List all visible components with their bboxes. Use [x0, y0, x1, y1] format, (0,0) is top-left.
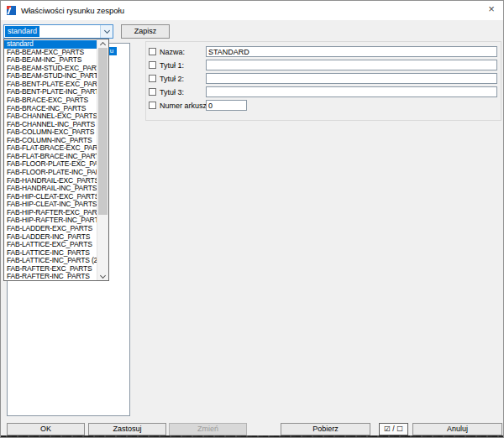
ok-button[interactable]: OK [7, 423, 85, 435]
numer-arkusza-checkbox[interactable] [149, 102, 156, 109]
numer-arkusza-label: Numer arkusza [160, 102, 211, 110]
cancel-button[interactable]: Anuluj [412, 423, 502, 435]
scroll-down-button[interactable] [97, 272, 108, 280]
dropdown-items: standardFAB-BEAM-EXC_PARTSFAB-BEAM-INC_P… [4, 40, 97, 279]
dropdown-item[interactable]: FAB-FLOOR-PLATE-INC_PARTS [4, 169, 97, 177]
tytul2-field[interactable] [206, 73, 497, 84]
get-button[interactable]: Pobierz [281, 423, 370, 435]
tytul3-checkbox[interactable] [149, 88, 156, 96]
toggle-checkboxes-button[interactable]: ☑ / ☐ [379, 423, 408, 435]
dropdown-item[interactable]: FAB-HIP-RAFTER-INC_PARTS [4, 216, 97, 225]
close-icon[interactable]: × [486, 3, 497, 16]
combobox-selected-value: standard [5, 26, 39, 37]
tytul3-label: Tytuł 3: [160, 88, 184, 96]
dropdown-item[interactable]: FAB-HANDRAIL-EXC_PARTS [4, 177, 97, 185]
dropdown-item[interactable]: FAB-FLOOR-PLATE-EXC_PARTS [4, 160, 97, 169]
tekla-app-icon [7, 6, 16, 15]
dropdown-item[interactable]: FAB-COLUMN-INC_PARTS [4, 137, 97, 145]
dropdown-item[interactable]: FAB-HANDRAIL-INC_PARTS [4, 185, 97, 193]
tytul1-checkbox[interactable] [149, 61, 156, 69]
dropdown-item[interactable]: FAB-BENT-PLATE-INC_PARTS [4, 88, 97, 96]
titlebar: Właściwości rysunku zespołu × [1, 1, 503, 20]
tytul2-checkbox[interactable] [149, 75, 156, 82]
tytul2-label: Tytuł 2: [160, 75, 184, 83]
dropdown-item[interactable]: FAB-FLAT-BRACE-EXC_PARTS [4, 144, 97, 153]
dropdown-item[interactable]: FAB-BENT-PLATE-EXC_PARTS [4, 81, 97, 89]
dropdown-scrollbar[interactable] [97, 39, 108, 280]
tytul1-label: Tytuł 1: [160, 61, 184, 70]
scroll-up-button[interactable] [97, 39, 108, 48]
nazwa-checkbox[interactable] [149, 48, 156, 55]
dropdown-item[interactable]: FAB-LADDER-EXC_PARTS [4, 225, 97, 233]
combobox-dropdown-button[interactable] [100, 25, 113, 38]
combobox-dropdown-list: standardFAB-BEAM-EXC_PARTSFAB-BEAM-INC_P… [3, 39, 109, 281]
tytul3-field[interactable] [206, 86, 497, 97]
dropdown-item[interactable]: FAB-COLUMN-EXC_PARTS [4, 128, 97, 137]
dropdown-item[interactable]: FAB-BEAM-STUD-EXC_PARTS [4, 65, 97, 73]
window-title: Właściwości rysunku zespołu [21, 6, 124, 15]
dropdown-item[interactable]: FAB-LATTICE-INC_PARTS [4, 249, 97, 258]
dropdown-item[interactable]: FAB-HIP-RAFTER-EXC_PARTS [4, 209, 97, 217]
dropdown-item[interactable]: FAB-LADDER-INC_PARTS [4, 233, 97, 242]
dropdown-item[interactable]: FAB-FLAT-BRACE-INC_PARTS [4, 153, 97, 161]
apply-button[interactable]: Zastosuj [88, 423, 166, 435]
dropdown-item[interactable]: FAB-RAFTER-EXC_PARTS [4, 265, 97, 274]
settings-combobox[interactable]: standard [3, 24, 113, 39]
dropdown-item[interactable]: FAB-BEAM-EXC_PARTS [4, 49, 97, 57]
dropdown-item[interactable]: standard [4, 40, 97, 49]
dropdown-item[interactable]: FAB-BEAM-STUD-INC_PARTS [4, 72, 97, 81]
assembly-drawing-properties-dialog: Właściwości rysunku zespołu × standard Z… [0, 0, 504, 438]
dropdown-item[interactable]: FAB-HIP-CLEAT-EXC_PARTS [4, 193, 97, 201]
dropdown-item[interactable]: FAB-RAFTER-INC_PARTS [4, 273, 97, 279]
numer-arkusza-field[interactable] [206, 100, 247, 111]
dropdown-item[interactable]: FAB-BRACE-INC_PARTS [4, 105, 97, 113]
scrollbar-thumb[interactable] [98, 48, 108, 215]
tytul1-field[interactable] [206, 60, 497, 70]
dropdown-item[interactable]: FAB-BEAM-INC_PARTS [4, 56, 97, 65]
dropdown-item[interactable]: FAB-CHANNEL-INC_PARTS [4, 121, 97, 129]
nazwa-label: Nazwa: [160, 48, 185, 56]
modify-button: Zmień [169, 423, 247, 435]
chevron-up-icon [100, 42, 106, 48]
nazwa-field[interactable] [206, 46, 497, 57]
chevron-down-icon [100, 273, 106, 279]
save-button[interactable]: Zapisz [121, 24, 170, 39]
dropdown-item[interactable]: FAB-LATTICE-INC_PARTS (2) [4, 257, 97, 265]
dropdown-item[interactable]: FAB-CHANNEL-EXC_PARTS [4, 112, 97, 121]
dropdown-item[interactable]: FAB-HIP-CLEAT-INC_PARTS [4, 201, 97, 209]
dropdown-item[interactable]: FAB-LATTICE-EXC_PARTS [4, 241, 97, 249]
chevron-down-icon [103, 28, 109, 34]
dropdown-item[interactable]: FAB-BRACE-EXC_PARTS [4, 96, 97, 105]
